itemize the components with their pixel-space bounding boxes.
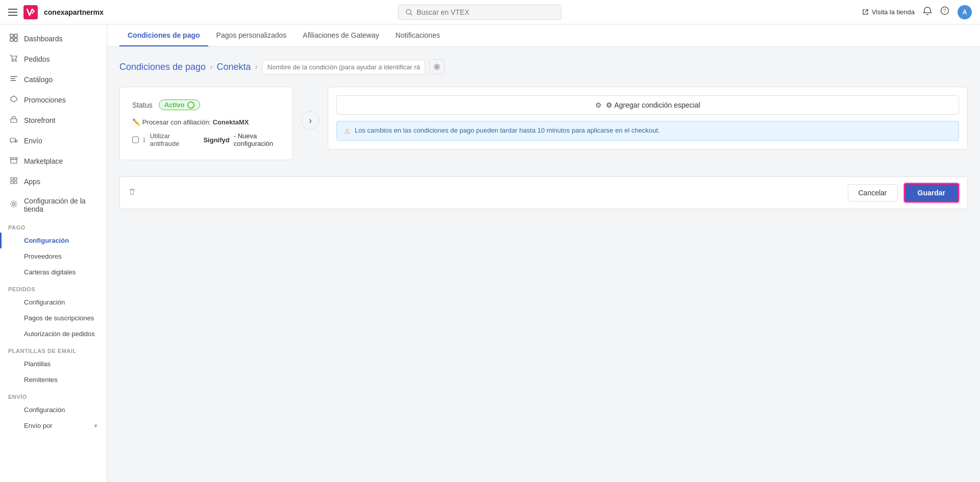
- content-area: Condiciones de pago Pagos personalizados…: [107, 24, 980, 482]
- form-actions-row: Cancelar Guardar: [119, 176, 968, 209]
- breadcrumb-settings-button[interactable]: [429, 59, 445, 74]
- alert-text: Los cambios en las condiciones de pago p…: [355, 126, 660, 134]
- cancel-button[interactable]: Cancelar: [848, 184, 898, 201]
- trash-icon: [128, 188, 136, 196]
- sidebar-item-pedidos[interactable]: Pedidos: [0, 49, 107, 69]
- sidebar-item-marketplace[interactable]: Marketplace: [0, 151, 107, 171]
- sidebar-item-apps-label: Apps: [24, 177, 40, 186]
- breadcrumb-conekta[interactable]: Conekta: [216, 62, 251, 72]
- vtex-logo-icon: [23, 5, 38, 19]
- svg-rect-17: [14, 177, 17, 180]
- sidebar-item-marketplace-label: Marketplace: [24, 157, 63, 165]
- right-panel: ⚙ ⚙ Agregar condición especial ⚠ Los cam…: [328, 87, 968, 149]
- sidebar-sub-remitentes[interactable]: Remitentes: [0, 372, 107, 388]
- svg-point-11: [15, 60, 17, 62]
- gear-icon: ⚙: [595, 101, 602, 109]
- sidebar: Dashboards Pedidos Catálogo Promociones …: [0, 24, 107, 482]
- tab-pagos-personalizados[interactable]: Pagos personalizados: [208, 31, 295, 46]
- sidebar-sub-config-pedidos[interactable]: Configuración: [0, 294, 107, 310]
- sidebar-item-storefront-label: Storefront: [24, 116, 55, 124]
- sidebar-sub-carteras[interactable]: Carteras digitales: [0, 264, 107, 280]
- sidebar-item-envio[interactable]: Envío: [0, 131, 107, 151]
- breadcrumb-sep-2: ›: [255, 62, 258, 71]
- sidebar-item-catalogo[interactable]: Catálogo: [0, 69, 107, 90]
- visit-store-label: Visita la tienda: [872, 8, 915, 16]
- svg-rect-6: [10, 34, 13, 37]
- storefront-icon: [10, 115, 18, 125]
- svg-rect-13: [10, 138, 15, 142]
- status-row: Status Activo: [132, 99, 296, 110]
- form-card: Status Activo ✏️ Procesar con afiliación…: [119, 87, 293, 160]
- pedidos-icon: [10, 54, 18, 64]
- navbar-center: [115, 5, 844, 20]
- condition-name-input[interactable]: [262, 60, 425, 74]
- breadcrumb: Condiciones de pago › Conekta ›: [119, 59, 968, 74]
- svg-rect-8: [10, 38, 13, 41]
- breadcrumb-sep-1: ›: [210, 62, 212, 71]
- section-pedidos-label: PEDIDOS: [0, 280, 107, 294]
- menu-hamburger-icon[interactable]: [8, 9, 17, 16]
- sidebar-item-promociones[interactable]: Promociones: [0, 90, 107, 110]
- sidebar-item-dashboards[interactable]: Dashboards: [0, 29, 107, 49]
- svg-point-10: [12, 60, 14, 62]
- envio-icon: [10, 136, 18, 146]
- svg-point-15: [15, 142, 16, 143]
- info-icon: ℹ: [143, 136, 145, 144]
- sidebar-item-apps[interactable]: Apps: [0, 171, 107, 192]
- notifications-button[interactable]: [923, 6, 932, 18]
- delete-button[interactable]: [128, 188, 136, 198]
- affiliate-label: Procesar con afiliación:: [142, 118, 211, 126]
- sidebar-sub-plantillas[interactable]: Plantillas: [0, 356, 107, 372]
- svg-rect-7: [14, 34, 17, 37]
- main-layout: Dashboards Pedidos Catálogo Promociones …: [0, 24, 980, 482]
- svg-point-20: [13, 203, 15, 206]
- marketplace-icon: [10, 156, 18, 166]
- affiliate-info: ✏️ Procesar con afiliación: ConektaMX: [132, 118, 296, 126]
- sidebar-sub-config-envio[interactable]: Configuración: [0, 402, 107, 418]
- sidebar-sub-envio-por[interactable]: Envío por ▼: [0, 418, 107, 434]
- antifraude-brand: Signifyd: [203, 136, 229, 144]
- svg-point-21: [436, 66, 438, 68]
- search-box[interactable]: [398, 5, 561, 20]
- sidebar-item-configuracion[interactable]: Configuración de la tienda: [0, 192, 107, 218]
- search-input[interactable]: [416, 8, 554, 16]
- status-value: Activo: [164, 101, 185, 109]
- tab-notificaciones[interactable]: Notificaciones: [387, 31, 448, 46]
- breadcrumb-condiciones[interactable]: Condiciones de pago: [119, 62, 206, 72]
- main-panel: Status Activo ✏️ Procesar con afiliación…: [119, 87, 968, 209]
- tab-afiliaciones[interactable]: Afiliaciones de Gateway: [295, 31, 387, 46]
- arrow-container: ›: [301, 87, 320, 130]
- antifraude-checkbox[interactable]: [132, 136, 139, 143]
- status-circle: [187, 102, 194, 109]
- navbar-left: conexapartnermx: [8, 5, 115, 19]
- user-avatar[interactable]: A: [958, 5, 972, 19]
- help-button[interactable]: ?: [940, 6, 949, 18]
- search-icon: [406, 9, 412, 16]
- catalogo-icon: [10, 74, 18, 85]
- sidebar-item-envio-label: Envío: [24, 137, 42, 145]
- add-condition-button[interactable]: ⚙ ⚙ Agregar condición especial: [336, 95, 959, 115]
- external-link-icon: [862, 9, 869, 15]
- svg-rect-18: [11, 181, 13, 184]
- section-plantillas-label: PLANTILLAS DE EMAIL: [0, 342, 107, 356]
- sidebar-sub-proveedores[interactable]: Proveedores: [0, 248, 107, 264]
- status-badge: Activo: [159, 99, 201, 110]
- pencil-icon: ✏️: [132, 118, 140, 126]
- page-content: Condiciones de pago › Conekta ›: [107, 47, 980, 482]
- svg-rect-9: [14, 38, 17, 41]
- sidebar-item-storefront[interactable]: Storefront: [0, 110, 107, 131]
- brand-name: conexapartnermx: [44, 8, 104, 16]
- alert-triangle-icon: ⚠: [344, 127, 351, 135]
- antifraude-row: ℹ Utilizar antifraude Signifyd - Nueva c…: [132, 132, 296, 147]
- arrow-button[interactable]: ›: [301, 111, 320, 130]
- tab-condiciones-pago[interactable]: Condiciones de pago: [119, 31, 208, 46]
- section-envio-label: ENVÍO: [0, 388, 107, 402]
- sidebar-sub-pagos-suscripciones[interactable]: Pagos de suscripciones: [0, 310, 107, 326]
- antifraude-suffix: - Nueva configuración: [234, 132, 296, 147]
- visit-store-link[interactable]: Visita la tienda: [862, 8, 915, 16]
- sidebar-sub-autorizacion[interactable]: Autorización de pedidos: [0, 326, 107, 342]
- save-button[interactable]: Guardar: [904, 183, 959, 202]
- sidebar-sub-config-pago[interactable]: Configuración: [0, 233, 107, 248]
- dashboards-icon: [10, 34, 18, 44]
- settings-icon: [433, 63, 440, 70]
